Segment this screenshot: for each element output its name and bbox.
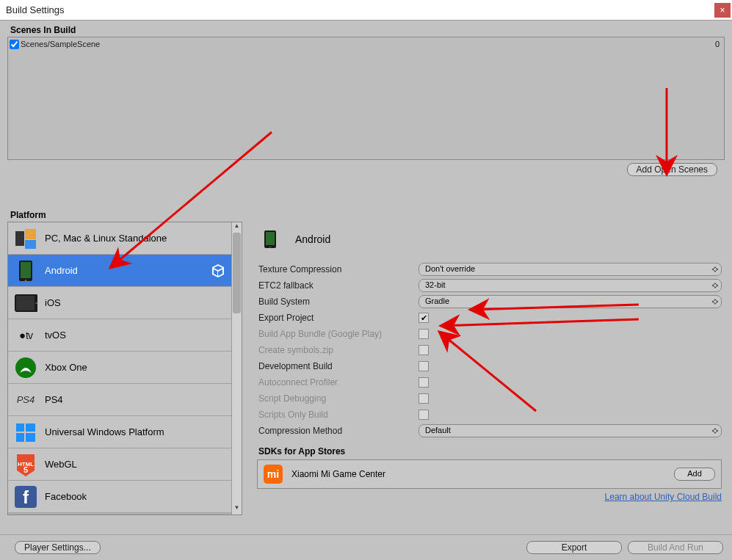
platform-item-ps4[interactable]: PS4PS4 (8, 384, 231, 416)
details-title: Android (295, 233, 330, 245)
unity-logo-icon (211, 263, 225, 278)
platform-label: PS4 (45, 394, 225, 405)
platform-item-android[interactable]: Android (8, 255, 231, 287)
row-build_system: Build SystemGradle (257, 294, 722, 310)
footer: Player Settings... Export Build And Run (0, 534, 732, 560)
development_build-checkbox[interactable] (418, 361, 429, 371)
scene-index: 0 (715, 40, 722, 48)
close-icon: × (720, 5, 725, 15)
platform-label: WebGL (45, 459, 225, 470)
svg-rect-12 (16, 433, 24, 442)
svg-rect-0 (15, 231, 24, 246)
scene-row[interactable]: Scenes/SampleScene 0 (10, 39, 722, 49)
scenes-header: Scenes In Build (7, 21, 725, 37)
svg-rect-7 (16, 296, 35, 310)
etc2_fallback-select[interactable]: 32-bit (418, 279, 722, 292)
svg-rect-19 (266, 232, 275, 245)
row-compression_method: Compression MethodDefault (257, 423, 722, 439)
platform-item-facebook[interactable]: fFacebook (8, 481, 231, 513)
platform-item-ios[interactable]: iOS (8, 287, 231, 319)
android-icon (14, 259, 37, 283)
add-open-scenes-button[interactable]: Add Open Scenes (627, 163, 717, 176)
autoconnect_profiler-checkbox (418, 377, 429, 388)
build-and-run-button[interactable]: Build And Run (628, 541, 723, 554)
ios-icon (14, 291, 37, 315)
create_symbols-checkbox (418, 345, 429, 355)
platform-header: Platform (7, 206, 242, 222)
platform-label: PC, Mac & Linux Standalone (45, 233, 225, 244)
scripts_only_build-checkbox (418, 410, 429, 420)
uwp-icon (14, 421, 37, 444)
export-button[interactable]: Export (526, 541, 622, 554)
create_symbols-label: Create symbols.zip (257, 345, 418, 355)
platform-label: Android (45, 265, 211, 276)
row-scripts_only_build: Scripts Only Build (257, 407, 722, 423)
svg-point-5 (25, 279, 27, 281)
svg-rect-11 (26, 423, 35, 432)
build_system-select[interactable]: Gradle (418, 295, 722, 308)
player-settings-button[interactable]: Player Settings... (15, 541, 101, 554)
platform-label: Facebook (45, 491, 225, 502)
platform-item-standalone[interactable]: PC, Mac & Linux Standalone (8, 222, 231, 255)
script_debugging-label: Script Debugging (257, 393, 418, 404)
svg-text:5: 5 (23, 465, 28, 474)
titlebar: Build Settings × (0, 0, 732, 21)
xiaomi-icon: mi (264, 465, 283, 484)
close-button[interactable]: × (714, 3, 731, 18)
sdk-name: Xiaomi Mi Game Center (291, 469, 674, 479)
platform-item-xboxone[interactable]: Xbox One (8, 352, 231, 384)
sdk-row: mi Xiaomi Mi Game Center Add (257, 459, 722, 489)
scene-name: Scenes/SampleScene (21, 40, 715, 48)
autoconnect_profiler-label: Autoconnect Profiler (257, 377, 418, 388)
learn-cloud-build-link[interactable]: Learn about Unity Cloud Build (257, 489, 722, 502)
standalone-icon (14, 227, 37, 250)
script_debugging-checkbox (418, 393, 429, 404)
scroll-up-icon[interactable]: ▲ (232, 222, 242, 233)
platform-list: PC, Mac & Linux StandaloneAndroidiOS●tvt… (7, 222, 242, 515)
svg-point-8 (35, 302, 37, 303)
scenes-list[interactable]: Scenes/SampleScene 0 (7, 37, 725, 160)
tvos-icon: ●tv (14, 324, 37, 347)
row-etc2_fallback: ETC2 fallback32-bit (257, 277, 722, 294)
svg-rect-4 (21, 262, 31, 278)
texture_compression-select[interactable]: Don't override (418, 263, 722, 276)
sdk-add-button[interactable]: Add (674, 468, 715, 481)
platform-item-tvos[interactable]: ●tvtvOS (8, 319, 231, 352)
etc2_fallback-label: ETC2 fallback (257, 280, 418, 291)
platform-item-uwp[interactable]: Universal Windows Platform (8, 416, 231, 448)
row-development_build: Development Build (257, 358, 722, 374)
row-script_debugging: Script Debugging (257, 390, 722, 407)
export_project-label: Export Project (257, 313, 418, 323)
details-header: Android (257, 225, 722, 254)
development_build-label: Development Build (257, 361, 418, 371)
xboxone-icon (14, 356, 37, 379)
compression_method-select[interactable]: Default (418, 424, 722, 437)
android-icon (263, 228, 280, 251)
sdks-header: SDKs for App Stores (257, 443, 722, 459)
row-texture_compression: Texture CompressionDon't override (257, 261, 722, 277)
platform-label: Universal Windows Platform (45, 426, 225, 437)
platform-scrollbar[interactable]: ▲ ▼ (231, 222, 242, 514)
build_system-label: Build System (257, 297, 418, 307)
platform-item-webgl[interactable]: HTML5WebGL (8, 448, 231, 481)
build_app_bundle-label: Build App Bundle (Google Play) (257, 329, 418, 339)
platform-section: Platform PC, Mac & Linux StandaloneAndro… (7, 206, 242, 515)
scene-checkbox[interactable] (10, 40, 19, 49)
webgl-icon: HTML5 (14, 453, 37, 476)
platform-label: Xbox One (45, 362, 225, 373)
svg-text:f: f (23, 487, 29, 507)
row-create_symbols: Create symbols.zip (257, 342, 722, 358)
ps4-icon: PS4 (14, 388, 37, 412)
build_app_bundle-checkbox (418, 329, 429, 339)
scenes-section: Scenes In Build Scenes/SampleScene 0 Add… (7, 21, 725, 176)
svg-rect-10 (16, 423, 24, 432)
svg-rect-1 (25, 229, 36, 239)
svg-rect-2 (25, 240, 36, 249)
export_project-checkbox[interactable]: ✔ (418, 313, 429, 323)
window-title: Build Settings (6, 4, 65, 15)
platform-label: tvOS (45, 330, 225, 341)
scroll-thumb[interactable] (233, 233, 241, 313)
svg-rect-13 (26, 433, 35, 442)
scroll-down-icon[interactable]: ▼ (232, 504, 242, 514)
scripts_only_build-label: Scripts Only Build (257, 410, 418, 420)
